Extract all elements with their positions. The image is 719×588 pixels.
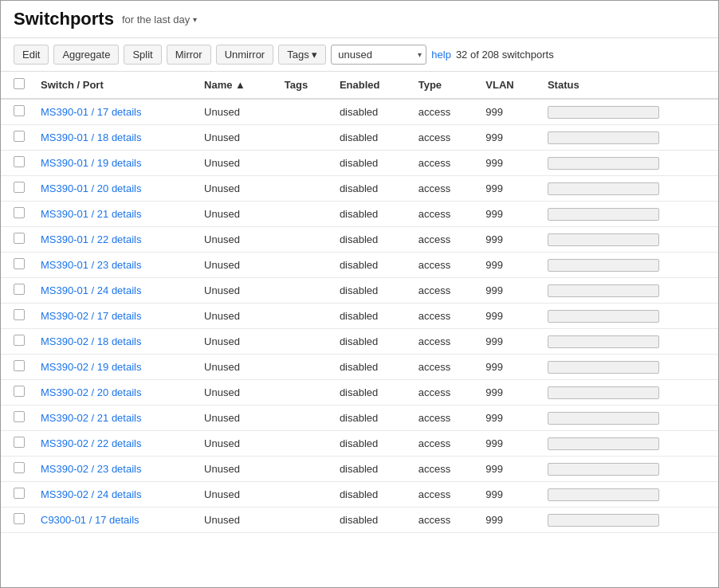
name-cell: Unused	[196, 329, 277, 355]
edit-button[interactable]: Edit	[14, 45, 49, 65]
row-checkbox[interactable]	[14, 207, 25, 218]
row-checkbox[interactable]	[14, 182, 25, 193]
switch-port-cell[interactable]: MS390-01 / 22 details	[33, 227, 196, 253]
switch-port-link[interactable]: MS390-02 / 21 details	[41, 412, 141, 424]
switch-port-link[interactable]: MS390-02 / 17 details	[41, 310, 141, 322]
row-checkbox-cell[interactable]	[1, 406, 33, 431]
row-checkbox[interactable]	[14, 360, 25, 371]
row-checkbox[interactable]	[14, 386, 25, 397]
row-checkbox[interactable]	[14, 335, 25, 346]
select-all-checkbox[interactable]	[14, 78, 25, 89]
col-name[interactable]: Name ▲	[196, 72, 277, 99]
switch-port-cell[interactable]: MS390-01 / 18 details	[33, 125, 196, 151]
table-row: MS390-02 / 19 detailsUnuseddisabledacces…	[1, 355, 718, 380]
switch-port-link[interactable]: MS390-02 / 20 details	[41, 386, 141, 398]
type-cell: access	[411, 380, 478, 406]
vlan-cell: 999	[477, 380, 540, 406]
row-checkbox-cell[interactable]	[1, 125, 33, 151]
row-checkbox[interactable]	[14, 233, 25, 244]
switch-port-link[interactable]: C9300-01 / 17 details	[41, 514, 139, 526]
switch-port-link[interactable]: MS390-02 / 18 details	[41, 335, 141, 347]
switch-port-link[interactable]: MS390-01 / 17 details	[41, 106, 141, 118]
row-checkbox-cell[interactable]	[1, 482, 33, 508]
filter-dropdown-wrapper[interactable]: unused all active inactive ▾	[331, 45, 426, 65]
row-checkbox[interactable]	[14, 156, 25, 167]
tags-cell	[277, 508, 332, 533]
row-checkbox-cell[interactable]	[1, 202, 33, 227]
help-link[interactable]: help	[431, 49, 451, 61]
row-checkbox[interactable]	[14, 411, 25, 422]
row-checkbox[interactable]	[14, 258, 25, 269]
row-checkbox-cell[interactable]	[1, 304, 33, 329]
vlan-cell: 999	[477, 457, 540, 482]
switch-port-cell[interactable]: MS390-02 / 22 details	[33, 431, 196, 457]
row-checkbox-cell[interactable]	[1, 176, 33, 202]
tags-cell	[277, 406, 332, 431]
switch-port-link[interactable]: MS390-01 / 23 details	[41, 259, 141, 271]
switch-port-link[interactable]: MS390-01 / 20 details	[41, 182, 141, 194]
switch-port-link[interactable]: MS390-02 / 23 details	[41, 463, 141, 475]
switch-port-cell[interactable]: MS390-01 / 23 details	[33, 253, 196, 278]
switch-port-link[interactable]: MS390-01 / 22 details	[41, 233, 141, 245]
switch-port-cell[interactable]: MS390-02 / 18 details	[33, 329, 196, 355]
switch-port-cell[interactable]: MS390-02 / 19 details	[33, 355, 196, 380]
row-checkbox-cell[interactable]	[1, 355, 33, 380]
enabled-cell: disabled	[332, 406, 411, 431]
switch-port-cell[interactable]: MS390-02 / 23 details	[33, 457, 196, 482]
row-checkbox-cell[interactable]	[1, 329, 33, 355]
switch-port-cell[interactable]: MS390-01 / 24 details	[33, 278, 196, 304]
col-status: Status	[540, 72, 718, 99]
col-tags[interactable]: Tags	[277, 72, 332, 99]
switch-port-link[interactable]: MS390-02 / 24 details	[41, 488, 141, 500]
filter-select[interactable]: unused all active inactive	[331, 45, 426, 65]
unmirror-button[interactable]: Unmirror	[216, 45, 274, 65]
switch-port-cell[interactable]: C9300-01 / 17 details	[33, 508, 196, 533]
row-checkbox-cell[interactable]	[1, 99, 33, 125]
row-checkbox-cell[interactable]	[1, 253, 33, 278]
col-vlan: VLAN	[477, 72, 540, 99]
row-checkbox[interactable]	[14, 513, 25, 524]
aggregate-button[interactable]: Aggregate	[53, 45, 119, 65]
row-checkbox-cell[interactable]	[1, 508, 33, 533]
row-checkbox[interactable]	[14, 309, 25, 320]
row-checkbox[interactable]	[14, 437, 25, 448]
split-button[interactable]: Split	[124, 45, 161, 65]
switch-port-cell[interactable]: MS390-02 / 24 details	[33, 482, 196, 508]
row-checkbox[interactable]	[14, 462, 25, 473]
row-checkbox[interactable]	[14, 105, 25, 116]
switch-port-cell[interactable]: MS390-02 / 20 details	[33, 380, 196, 406]
select-all-header[interactable]	[1, 72, 33, 99]
switch-port-cell[interactable]: MS390-02 / 21 details	[33, 406, 196, 431]
col-switch-port[interactable]: Switch / Port	[33, 72, 196, 99]
row-checkbox[interactable]	[14, 284, 25, 295]
switch-port-cell[interactable]: MS390-01 / 19 details	[33, 151, 196, 176]
tags-dropdown-wrapper[interactable]: Tags ▾	[278, 45, 326, 65]
switch-port-link[interactable]: MS390-01 / 24 details	[41, 284, 141, 296]
enabled-cell: disabled	[332, 482, 411, 508]
vlan-cell: 999	[477, 99, 540, 125]
switch-port-link[interactable]: MS390-01 / 19 details	[41, 157, 141, 169]
row-checkbox-cell[interactable]	[1, 278, 33, 304]
switch-port-cell[interactable]: MS390-01 / 17 details	[33, 99, 196, 125]
row-checkbox-cell[interactable]	[1, 227, 33, 253]
switch-port-link[interactable]: MS390-02 / 19 details	[41, 361, 141, 373]
switch-port-link[interactable]: MS390-02 / 22 details	[41, 437, 141, 449]
switch-port-cell[interactable]: MS390-02 / 17 details	[33, 304, 196, 329]
row-checkbox-cell[interactable]	[1, 431, 33, 457]
switch-port-cell[interactable]: MS390-01 / 21 details	[33, 202, 196, 227]
switch-port-link[interactable]: MS390-01 / 18 details	[41, 131, 141, 143]
row-checkbox[interactable]	[14, 488, 25, 499]
vlan-cell: 999	[477, 202, 540, 227]
table-row: MS390-02 / 22 detailsUnuseddisabledacces…	[1, 431, 718, 457]
row-checkbox[interactable]	[14, 131, 25, 142]
page-header: Switchports for the last day ▾	[1, 1, 718, 38]
table-row: MS390-01 / 22 detailsUnuseddisabledacces…	[1, 227, 718, 253]
row-checkbox-cell[interactable]	[1, 380, 33, 406]
tags-button[interactable]: Tags ▾	[278, 45, 326, 65]
row-checkbox-cell[interactable]	[1, 457, 33, 482]
header-filter[interactable]: for the last day ▾	[122, 14, 197, 25]
switch-port-cell[interactable]: MS390-01 / 20 details	[33, 176, 196, 202]
row-checkbox-cell[interactable]	[1, 151, 33, 176]
mirror-button[interactable]: Mirror	[167, 45, 211, 65]
switch-port-link[interactable]: MS390-01 / 21 details	[41, 208, 141, 220]
